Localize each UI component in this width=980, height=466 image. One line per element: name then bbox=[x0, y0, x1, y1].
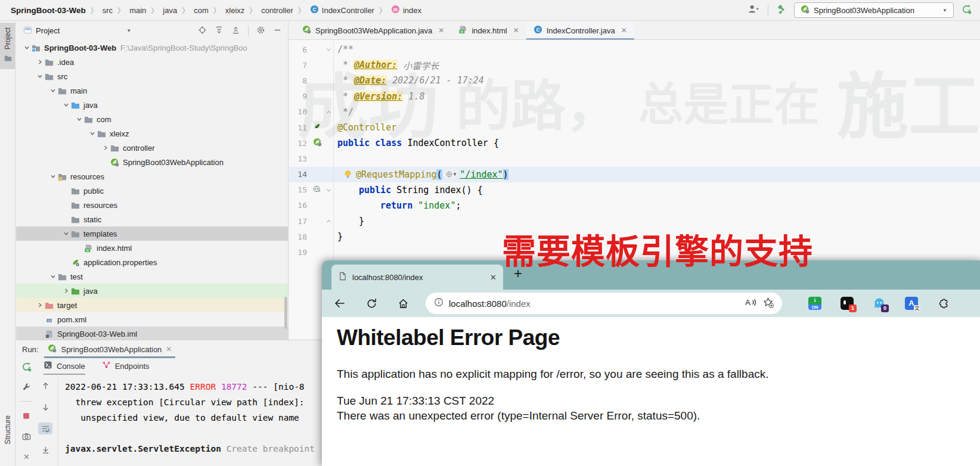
breadcrumb-item-src[interactable]: src bbox=[103, 6, 113, 15]
tree-item-springboot-03-web[interactable]: SpringBoot-03-WebF:\Java\SpringBoot-Stud… bbox=[16, 41, 288, 55]
close-icon[interactable] bbox=[19, 451, 33, 462]
tree-item-springboot-03-web-iml[interactable]: SpringBoot-03-Web.iml bbox=[16, 327, 288, 340]
stop-button[interactable] bbox=[19, 410, 33, 422]
tree-item-pom-xml[interactable]: m pom.xml bbox=[16, 312, 288, 327]
build-hammer-icon[interactable] bbox=[776, 4, 786, 17]
tree-item-java[interactable]: java bbox=[16, 98, 288, 112]
tree-item-templates[interactable]: templates bbox=[16, 226, 288, 241]
close-icon[interactable]: ✕ bbox=[438, 26, 444, 35]
run-configuration-select[interactable]: SpringBoot03WebApplication ▼ bbox=[794, 2, 954, 18]
dark-extension-icon[interactable]: 1 bbox=[841, 297, 854, 310]
tree-item-application-properties[interactable]: application.properties bbox=[16, 255, 288, 269]
chevron-down-icon[interactable] bbox=[63, 229, 69, 238]
breadcrumb-item-index[interactable]: mindex bbox=[391, 5, 421, 15]
breadcrumb-item-main[interactable]: main bbox=[129, 6, 146, 15]
breadcrumb-item-springboot-03-web[interactable]: SpringBoot-03-Web bbox=[11, 6, 86, 15]
project-panel-title[interactable]: Project bbox=[36, 26, 60, 35]
close-icon[interactable]: ✕ bbox=[513, 26, 519, 35]
editor-tab-springboot03webapplication-java[interactable]: SpringBoot03WebApplication.java ✕ bbox=[295, 21, 451, 39]
tree-item-public[interactable]: public bbox=[16, 184, 288, 198]
chevron-down-icon[interactable] bbox=[89, 129, 95, 138]
scroll-to-end-button[interactable] bbox=[38, 444, 52, 456]
console-tab-console[interactable]: Console bbox=[44, 361, 85, 374]
editor-tab-indexcontroller-java[interactable]: C IndexController.java ✕ bbox=[526, 21, 634, 39]
run-tab[interactable]: SpringBoot03WebApplication ✕ bbox=[48, 340, 172, 358]
console-tab-endpoints[interactable]: Endpoints bbox=[102, 361, 150, 374]
browser-tab[interactable]: localhost:8080/index ✕ bbox=[331, 265, 503, 290]
soft-wrap-button[interactable] bbox=[38, 422, 52, 434]
chevron-down-icon[interactable] bbox=[63, 101, 69, 110]
breadcrumb-item-java[interactable]: java bbox=[163, 6, 177, 15]
tree-item-java[interactable]: java bbox=[16, 284, 288, 298]
tree-item-test[interactable]: test bbox=[16, 269, 288, 284]
breadcrumb-item-indexcontroller[interactable]: CIndexController bbox=[310, 5, 374, 15]
intention-bulb-icon[interactable] bbox=[343, 170, 353, 179]
chevron-down-icon[interactable] bbox=[37, 72, 43, 81]
back-button[interactable] bbox=[334, 297, 346, 309]
wrench-icon[interactable] bbox=[19, 381, 33, 393]
rerun-application-button[interactable] bbox=[962, 4, 972, 17]
fold-marker-icon[interactable] bbox=[326, 185, 331, 195]
tree-item-index-html[interactable]: H index.html bbox=[16, 241, 288, 255]
tree-item-target[interactable]: target bbox=[16, 298, 288, 312]
tree-item-resources[interactable]: resources bbox=[16, 198, 288, 212]
up-stack-trace-button[interactable] bbox=[38, 380, 52, 392]
home-button[interactable] bbox=[398, 298, 409, 309]
chevron-down-icon[interactable]: ▼ bbox=[126, 28, 131, 33]
close-tab-icon[interactable]: ✕ bbox=[490, 273, 497, 282]
expand-all-button[interactable] bbox=[215, 26, 224, 36]
down-stack-trace-button[interactable] bbox=[38, 401, 52, 413]
thread-dump-button[interactable] bbox=[19, 430, 33, 442]
address-bar[interactable]: localhost:8080/index A bbox=[426, 293, 782, 314]
tree-scrollbar[interactable] bbox=[284, 297, 287, 329]
extensions-puzzle-icon[interactable] bbox=[937, 297, 950, 310]
create-breakpoint-link[interactable]: Create breakpoint bbox=[221, 444, 320, 453]
on-extension-icon[interactable]: iON bbox=[808, 297, 821, 310]
springboot-gutter-icon[interactable] bbox=[313, 138, 322, 149]
chevron-right-icon[interactable] bbox=[37, 58, 43, 67]
chevron-down-icon[interactable] bbox=[24, 44, 30, 52]
tree-item-src[interactable]: src bbox=[16, 69, 288, 83]
editor-tab-index-html[interactable]: H index.html ✕ bbox=[451, 21, 526, 39]
fold-marker-icon[interactable] bbox=[326, 107, 331, 117]
chevron-right-icon[interactable] bbox=[63, 287, 69, 296]
mapping-gutter-icon[interactable] bbox=[313, 185, 321, 195]
translate-extension-icon[interactable]: A文 bbox=[905, 297, 918, 310]
chevron-down-icon[interactable] bbox=[50, 172, 56, 181]
tool-window-structure[interactable]: Structure bbox=[0, 411, 15, 449]
select-opened-file-button[interactable] bbox=[198, 26, 207, 36]
gear-icon[interactable] bbox=[256, 26, 265, 36]
user-icon[interactable] bbox=[748, 4, 760, 16]
site-info-icon[interactable] bbox=[434, 297, 444, 309]
refresh-button[interactable] bbox=[366, 298, 377, 309]
bean-gutter-icon[interactable] bbox=[313, 122, 321, 133]
chevron-right-icon[interactable] bbox=[103, 144, 108, 153]
tree-item-springboot03webapplication[interactable]: SpringBoot03WebApplication bbox=[16, 155, 288, 169]
chevron-down-icon[interactable] bbox=[76, 115, 82, 124]
tree-item-main[interactable]: main bbox=[16, 83, 288, 98]
add-favorite-icon[interactable] bbox=[762, 297, 774, 310]
tree-item-idea[interactable]: .idea bbox=[16, 55, 288, 69]
fold-marker-icon[interactable] bbox=[326, 216, 331, 226]
fold-marker-icon[interactable] bbox=[326, 44, 331, 55]
tree-item-com[interactable]: com bbox=[16, 112, 288, 126]
chevron-down-icon[interactable] bbox=[50, 272, 56, 281]
chevron-down-icon[interactable] bbox=[50, 86, 56, 95]
rerun-button[interactable] bbox=[19, 361, 33, 372]
inline-mapping-widget[interactable]: ▼ bbox=[444, 170, 459, 178]
breadcrumb-item-xleixz[interactable]: xleixz bbox=[225, 6, 245, 15]
tree-item-controller[interactable]: controller bbox=[16, 141, 288, 155]
collapse-all-button[interactable] bbox=[231, 26, 240, 36]
breadcrumb-item-controller[interactable]: controller bbox=[261, 6, 293, 15]
tree-item-static[interactable]: static bbox=[16, 212, 288, 226]
read-aloud-icon[interactable]: A bbox=[745, 297, 757, 309]
ghost-extension-icon[interactable]: 0 bbox=[873, 297, 886, 310]
close-icon[interactable]: ✕ bbox=[166, 345, 172, 353]
close-icon[interactable]: ✕ bbox=[621, 26, 627, 35]
breadcrumb-item-com[interactable]: com bbox=[194, 6, 209, 15]
chevron-right-icon[interactable] bbox=[37, 301, 43, 310]
tree-item-resources[interactable]: resources bbox=[16, 169, 288, 184]
tree-item-xleixz[interactable]: xleixz bbox=[16, 126, 288, 141]
hide-panel-button[interactable] bbox=[273, 26, 282, 36]
tool-window-project[interactable]: Project bbox=[0, 23, 15, 69]
